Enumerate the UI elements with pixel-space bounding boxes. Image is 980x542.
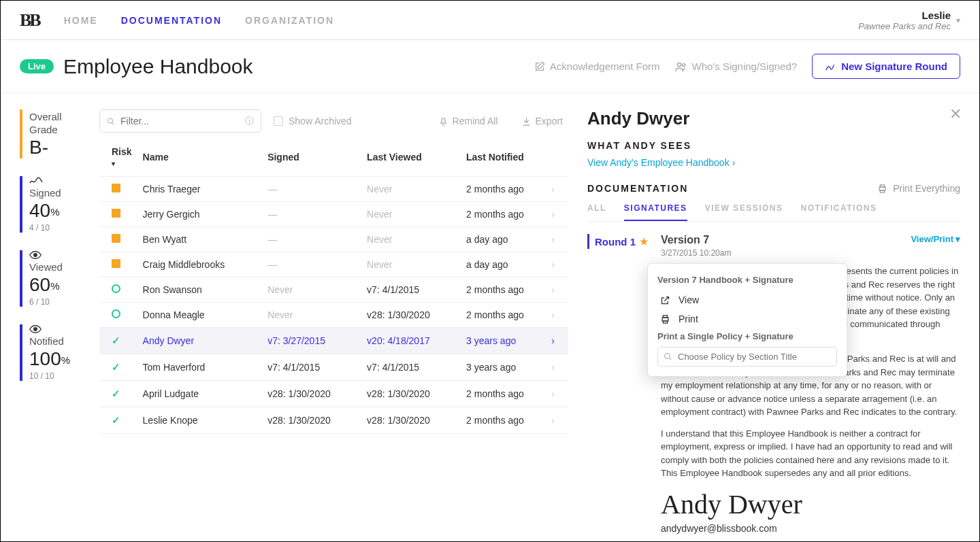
employees-table: Risk ▾ Name Signed Last Viewed Last Noti… [99,146,568,434]
tab-signatures[interactable]: SIGNATURES [624,198,687,221]
view-handbook-link[interactable]: View Andy's Employee Handbook› [587,157,735,168]
info-icon[interactable]: ⓘ [245,115,254,127]
notified-cell: 3 years ago› [461,354,568,381]
filter-input-wrap[interactable]: ⓘ [99,109,261,133]
page-title: Employee Handbook [63,55,253,78]
export-button[interactable]: Export [521,116,563,126]
tab-all[interactable]: ALL [587,198,606,221]
popover-print[interactable]: Print [657,309,837,328]
chevron-right-icon: › [551,184,563,194]
th-notified[interactable]: Last Notified [461,146,568,177]
logo[interactable]: BB [20,10,39,31]
top-nav: BB HOME DOCUMENTATION ORGANIZATION Lesli… [1,1,979,40]
checkbox-icon [274,116,283,126]
th-signed[interactable]: Signed [262,146,361,177]
signature-email: andydwyer@blissbook.com [661,523,960,534]
table-row[interactable]: ✓April Ludgatev28: 1/30/2020v28: 1/30/20… [99,381,568,407]
ack-form-label: Acknowledgement Form [550,61,660,72]
svg-rect-7 [881,190,885,192]
ack-form-link[interactable]: Acknowledgement Form [534,61,660,72]
risk-cell [99,277,137,303]
popover-policy-search[interactable] [657,347,837,367]
new-signature-round-button[interactable]: New Signature Round [812,54,960,79]
th-name[interactable]: Name [137,146,263,177]
popover-view-label: View [679,294,699,305]
star-icon: ★ [640,236,649,247]
svg-point-4 [108,118,113,123]
who-signing-label: Who's Signing/Signed? [692,61,798,72]
signed-cell: v28: 1/30/2020 [262,381,361,407]
table-row[interactable]: ✓Tom Haverfordv7: 4/1/2015v7: 4/1/20153 … [99,354,568,381]
svg-point-2 [34,254,37,257]
metric-viewed-sub: 6 / 10 [29,297,99,307]
table-toolbar: ⓘ Show Archived Remind All Export [99,109,568,133]
th-viewed[interactable]: Last Viewed [361,146,461,177]
table-row[interactable]: ✓Andy Dwyerv7: 3/27/2015v20: 4/18/20173 … [99,328,568,354]
nav-home[interactable]: HOME [64,15,98,26]
table-row[interactable]: ✓Leslie Knopev28: 1/30/2020v28: 1/30/202… [99,407,568,434]
signed-cell: Never [262,303,361,328]
th-risk[interactable]: Risk ▾ [99,146,137,177]
viewed-cell: Never [361,177,461,202]
table-row[interactable]: Ben Wyatt—Nevera day ago› [99,227,568,252]
table-row[interactable]: Craig Middlebrooks—Nevera day ago› [99,252,568,277]
risk-cell: ✓ [99,354,137,381]
version-title: Version 7 [661,234,731,246]
tab-notifications[interactable]: NOTIFICATIONS [800,198,877,221]
round-label[interactable]: Round 1 ★ [587,234,649,249]
chevron-right-icon: › [551,309,563,320]
chevron-right-icon: › [551,209,563,220]
nav-user[interactable]: Leslie Pawnee Parks and Rec ▾ [858,10,960,31]
policy-search-input[interactable] [678,352,831,362]
svg-rect-10 [663,321,667,323]
svg-rect-9 [663,315,667,317]
print-everything-button[interactable]: Print Everything [877,183,960,194]
risk-circle-icon [112,309,120,318]
viewed-cell: v28: 1/30/2020 [361,407,461,434]
chevron-right-icon: › [732,157,736,168]
name-cell: Chris Traeger [137,177,263,202]
signed-cell: — [262,227,361,252]
metric-notified-value: 100% [29,348,99,370]
metric-notified-label: Notified [29,335,99,347]
chevron-right-icon: › [551,335,563,346]
signed-cell: v28: 1/30/2020 [262,407,361,434]
external-link-icon [660,295,670,305]
name-cell: Donna Meagle [137,303,263,328]
viewed-cell: v20: 4/18/2017 [361,328,461,354]
table-row[interactable]: Chris Traeger—Never2 months ago› [99,177,568,202]
nav-links: HOME DOCUMENTATION ORGANIZATION [64,15,334,26]
who-signing-link[interactable]: Who's Signing/Signed? [675,61,798,72]
metric-signed: Signed 40% 4 / 10 [20,176,99,233]
popover-heading-1: Version 7 Handbook + Signature [657,275,837,285]
notified-cell: 2 months ago› [461,381,568,407]
svg-rect-6 [881,184,885,186]
name-cell: Ron Swanson [137,277,263,303]
table-row[interactable]: Ron SwansonNeverv7: 4/1/20152 months ago… [99,277,568,303]
chevron-right-icon: › [551,362,563,373]
show-archived-checkbox[interactable]: Show Archived [274,116,352,126]
view-print-link[interactable]: View/Print▾ [911,234,960,244]
table-row[interactable]: Donna MeagleNeverv28: 1/30/20202 months … [99,303,568,328]
risk-square-icon [112,234,120,243]
table-row[interactable]: Jerry Gergich—Never2 months ago› [99,202,568,227]
name-cell: April Ludgate [137,381,263,407]
close-icon[interactable]: ✕ [949,105,962,123]
filter-input[interactable] [120,116,240,126]
nav-organization[interactable]: ORGANIZATION [245,15,334,26]
live-badge: Live [20,59,54,73]
remind-all-button[interactable]: Remind All [438,116,498,126]
risk-cell: ✓ [99,407,137,434]
signature-icon [29,176,43,186]
popover-view[interactable]: View [657,290,837,309]
risk-square-icon [112,259,120,268]
check-icon: ✓ [112,335,120,346]
chevron-right-icon: › [551,388,563,399]
nav-documentation[interactable]: DOCUMENTATION [121,15,222,26]
metrics-sidebar: Overall Grade B- Signed 40% 4 / 10 Viewe… [1,93,99,539]
signed-cell: v7: 4/1/2015 [262,354,361,381]
edit-icon [534,61,545,72]
tab-view-sessions[interactable]: VIEW SESSIONS [705,198,783,221]
metric-viewed-value: 60% [29,274,99,296]
metric-viewed-label: Viewed [29,261,99,273]
